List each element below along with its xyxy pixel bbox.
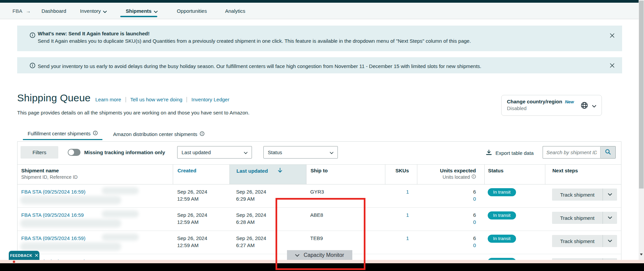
info-icon[interactable] (200, 131, 204, 137)
updated-date: Sep 26, 2024 (236, 212, 306, 218)
created-date: Sep 26, 2024 (177, 212, 229, 218)
sort-dropdown[interactable]: Last updated (177, 146, 252, 159)
change-country-region-card[interactable]: Change country/region New Disabled (501, 95, 602, 116)
nav-item-shipments[interactable]: Shipments (126, 8, 158, 14)
chevron-down-icon (330, 149, 333, 155)
col-shipment-name: Shipment name (21, 168, 173, 173)
holiday-notice-banner: Send your inventory to us early to avoid… (17, 57, 622, 73)
whats-new-banner: What's new: Send It Again feature is lau… (17, 26, 622, 51)
chevron-down-icon (103, 8, 107, 14)
created-date: Sep 26, 2024 (177, 235, 229, 241)
vertical-scrollbar[interactable] (639, 0, 644, 271)
col-last-updated-sorted[interactable]: Last updated (229, 165, 306, 184)
units-located-link[interactable]: 0 (417, 196, 476, 202)
created-time: 12:59 AM (177, 196, 229, 202)
feedback-tab[interactable]: FEEDBACK (9, 251, 39, 260)
col-shipment-sub: Shipment ID, Reference ID (21, 174, 173, 180)
learn-more-link[interactable]: Learn more (95, 97, 121, 102)
next-steps-dropdown-toggle[interactable] (603, 189, 617, 201)
breadcrumb-arrow-icon: → (26, 8, 31, 14)
active-nav-underline (120, 16, 157, 17)
col-next-steps: Next steps (552, 168, 621, 173)
close-icon[interactable] (35, 253, 38, 258)
tab-amazon-distribution-center-shipments[interactable]: Amazon distribution center shipments (108, 131, 209, 140)
nav-item-opportunities[interactable]: Opportunities (177, 8, 207, 14)
inventory-ledger-link[interactable]: Inventory Ledger (191, 97, 229, 102)
scrollbar-down-arrow-icon[interactable] (640, 253, 643, 256)
scrollbar-thumb[interactable] (639, 1, 644, 189)
export-table-data-button[interactable]: Export table data (486, 149, 534, 156)
info-icon[interactable] (93, 131, 98, 136)
chevron-down-icon (154, 8, 158, 14)
col-created-sortable[interactable]: Created (173, 165, 229, 184)
col-status: Status (488, 168, 545, 173)
capacity-monitor-button[interactable]: Capacity Monitor (287, 250, 352, 260)
top-dark-bar (0, 0, 639, 3)
next-steps-dropdown-toggle[interactable] (603, 212, 617, 224)
page-header: Shipping Queue Learn more Tell us how we… (17, 92, 229, 104)
info-icon[interactable] (472, 174, 476, 180)
status-badge: In transit (488, 211, 516, 219)
track-shipment-button[interactable]: Track shipment (552, 212, 617, 224)
banner-body: Send your inventory to us early to avoid… (38, 63, 599, 70)
updated-date: Sep 26, 2024 (236, 235, 306, 241)
redacted-shipment-id (102, 210, 139, 217)
redacted-shipment-id (102, 234, 139, 241)
table-row: FBA STA (09/25/2024 16:59 Sep 26, 202412… (18, 208, 621, 231)
close-icon[interactable] (610, 63, 615, 69)
status-badge: In transit (488, 188, 516, 196)
close-icon[interactable] (610, 33, 615, 39)
units-expected-value: 6 (417, 212, 476, 218)
banner-body: Send It Again enables you to duplicate S… (38, 38, 599, 44)
redacted-shipment-id (20, 196, 121, 204)
skus-link[interactable]: 1 (385, 235, 409, 241)
search-button[interactable] (600, 146, 616, 159)
notification-dot (13, 261, 15, 263)
bottom-pink-strip (0, 260, 644, 263)
col-ship-to: Ship to (311, 168, 385, 173)
created-time: 12:59 AM (177, 219, 229, 225)
redacted-shipment-id (20, 242, 121, 251)
info-icon (30, 32, 35, 39)
nav-item-dashboard[interactable]: Dashboard (41, 8, 66, 14)
download-icon (486, 149, 492, 156)
shipment-name-link[interactable]: FBA STA (09/25/2024 16:59) (21, 235, 86, 241)
skus-link[interactable]: 1 (385, 189, 409, 195)
ship-to-value: TEB9 (310, 235, 385, 241)
banner-title: What's new: Send It Again feature is lau… (38, 30, 599, 37)
nav-item-inventory[interactable]: Inventory (80, 8, 107, 14)
search-icon (605, 149, 611, 156)
new-badge: New (565, 99, 574, 104)
skus-link[interactable]: 1 (385, 212, 409, 218)
next-steps-dropdown-toggle[interactable] (603, 235, 617, 247)
updated-time: 6:27 AM (236, 242, 306, 248)
filters-button[interactable]: Filters (21, 146, 58, 159)
units-located-link[interactable]: 0 (417, 219, 476, 225)
toggle-knob (68, 149, 74, 155)
shipment-name-link[interactable]: FBA STA (09/25/2024 16:59) (21, 189, 86, 195)
ship-to-value: GYR3 (310, 189, 385, 195)
missing-tracking-toggle[interactable] (68, 149, 80, 156)
info-icon (30, 63, 35, 70)
breadcrumb-brand[interactable]: FBA (12, 8, 22, 14)
units-located-link[interactable]: 0 (417, 242, 476, 248)
updated-time: 6:28 AM (236, 219, 306, 225)
updated-time: 6:29 AM (236, 196, 306, 202)
track-shipment-button[interactable]: Track shipment (552, 235, 617, 247)
created-time: 12:59 AM (177, 242, 229, 248)
redacted-shipment-id (102, 187, 139, 194)
search-input[interactable] (543, 146, 600, 159)
col-units-located: Units located (443, 174, 470, 180)
tab-fulfillment-center-shipments[interactable]: Fulfillment center shipments (23, 131, 102, 140)
col-skus: SKUs (385, 168, 409, 173)
chevron-down-icon[interactable] (592, 103, 596, 109)
shipment-name-link[interactable]: FBA STA (09/25/2024 16:59 (21, 212, 84, 218)
chevron-down-icon (244, 149, 248, 155)
table-row: FBA STA (09/25/2024 16:59) Sep 26, 20241… (18, 184, 621, 208)
nav-item-analytics[interactable]: Analytics (225, 8, 245, 14)
updated-date: Sep 26, 2024 (236, 189, 306, 195)
status-filter-dropdown[interactable]: Status (263, 146, 338, 159)
feedback-link[interactable]: Tell us how we're doing (130, 97, 183, 102)
track-shipment-button[interactable]: Track shipment (552, 189, 617, 201)
created-date: Sep 26, 2024 (177, 189, 229, 195)
